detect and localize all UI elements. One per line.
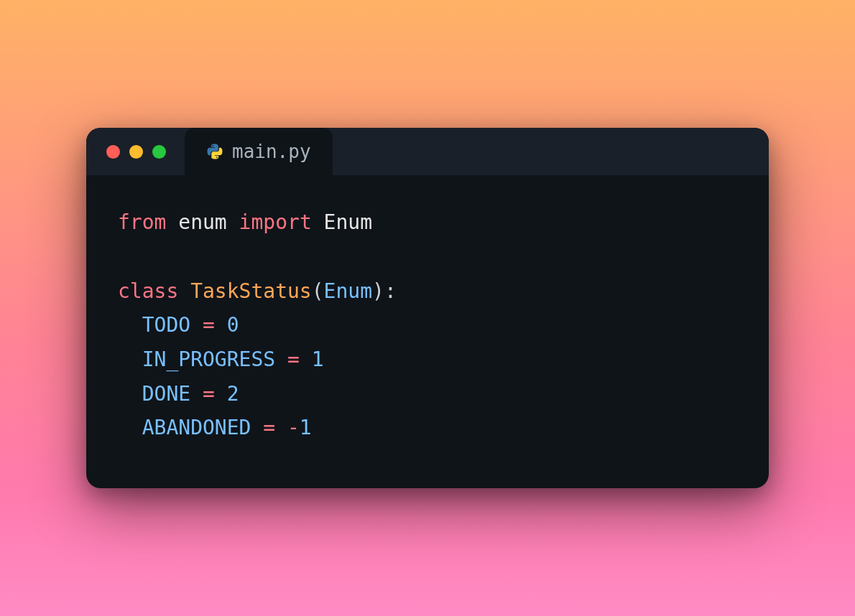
minimize-icon[interactable] — [129, 145, 143, 159]
maximize-icon[interactable] — [152, 145, 166, 159]
assign-op: = — [190, 382, 227, 406]
editor-window: main.py from enum import Enum class Task… — [86, 128, 769, 488]
close-icon[interactable] — [106, 145, 120, 159]
enum-member: IN_PROGRESS — [142, 347, 275, 371]
code-line: class TaskStatus(Enum): — [118, 274, 737, 309]
keyword-class: class — [118, 279, 178, 303]
enum-member: TODO — [142, 313, 190, 337]
assign-op: = — [251, 416, 287, 439]
keyword-from: from — [118, 210, 166, 234]
blank-line — [118, 240, 737, 274]
code-line: ABANDONED = -1 — [118, 411, 737, 445]
base-class: Enum — [324, 279, 372, 303]
number-literal: 1 — [312, 347, 324, 371]
tab-main-py[interactable]: main.py — [185, 128, 333, 175]
python-icon — [206, 143, 223, 160]
paren-close: ) — [372, 279, 384, 303]
colon: : — [384, 279, 397, 303]
code-line: TODO = 0 — [118, 308, 737, 342]
enum-member: ABANDONED — [142, 416, 251, 439]
code-line: IN_PROGRESS = 1 — [118, 342, 737, 377]
number-literal: 2 — [227, 382, 239, 406]
keyword-import: import — [239, 210, 312, 234]
unary-minus: - — [287, 416, 300, 439]
module-name: enum — [178, 210, 226, 234]
assign-op: = — [275, 347, 312, 371]
code-line: from enum import Enum — [118, 205, 737, 240]
assign-op: = — [190, 313, 227, 337]
tab-filename: main.py — [232, 141, 311, 162]
number-literal: 1 — [300, 416, 312, 439]
class-name: TaskStatus — [190, 279, 312, 303]
import-name: Enum — [324, 210, 372, 234]
code-line: DONE = 2 — [118, 377, 737, 411]
enum-member: DONE — [142, 382, 190, 406]
paren-open: ( — [312, 279, 324, 303]
code-editor[interactable]: from enum import Enum class TaskStatus(E… — [86, 175, 769, 488]
titlebar: main.py — [86, 128, 769, 175]
traffic-lights — [106, 145, 166, 159]
number-literal: 0 — [227, 313, 239, 337]
